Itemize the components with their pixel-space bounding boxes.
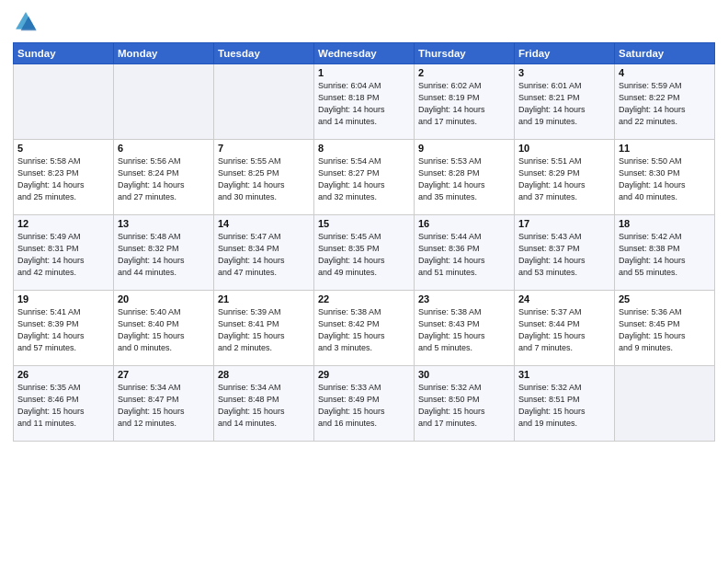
week-row: 5Sunrise: 5:58 AM Sunset: 8:23 PM Daylig… [14,140,715,215]
calendar-cell: 13Sunrise: 5:48 AM Sunset: 8:32 PM Dayli… [114,215,214,291]
calendar: SundayMondayTuesdayWednesdayThursdayFrid… [13,42,715,442]
day-number: 8 [318,143,410,154]
week-row: 12Sunrise: 5:49 AM Sunset: 8:31 PM Dayli… [14,215,715,291]
weekday-header: Monday [114,43,214,64]
calendar-cell: 24Sunrise: 5:37 AM Sunset: 8:44 PM Dayli… [515,291,615,366]
day-detail: Sunrise: 5:54 AM Sunset: 8:27 PM Dayligh… [318,155,410,203]
day-number: 16 [418,218,510,229]
day-number: 2 [418,67,510,78]
day-detail: Sunrise: 5:35 AM Sunset: 8:46 PM Dayligh… [17,382,109,430]
page: SundayMondayTuesdayWednesdayThursdayFrid… [0,0,728,563]
calendar-cell: 21Sunrise: 5:39 AM Sunset: 8:41 PM Dayli… [214,291,314,366]
day-number: 22 [318,293,410,304]
day-number: 9 [418,143,510,154]
calendar-cell: 7Sunrise: 5:55 AM Sunset: 8:25 PM Daylig… [214,140,314,215]
day-detail: Sunrise: 5:32 AM Sunset: 8:50 PM Dayligh… [418,382,510,430]
weekday-header: Wednesday [314,43,415,64]
calendar-cell: 23Sunrise: 5:38 AM Sunset: 8:43 PM Dayli… [415,291,515,366]
day-number: 17 [518,218,610,229]
day-number: 24 [518,293,610,304]
weekday-row: SundayMondayTuesdayWednesdayThursdayFrid… [14,43,715,64]
week-row: 19Sunrise: 5:41 AM Sunset: 8:39 PM Dayli… [14,291,715,366]
calendar-cell: 25Sunrise: 5:36 AM Sunset: 8:45 PM Dayli… [615,291,715,366]
day-number: 4 [619,67,711,78]
day-detail: Sunrise: 5:59 AM Sunset: 8:22 PM Dayligh… [619,80,711,128]
day-detail: Sunrise: 5:51 AM Sunset: 8:29 PM Dayligh… [518,155,610,203]
day-detail: Sunrise: 5:34 AM Sunset: 8:48 PM Dayligh… [218,382,310,430]
day-detail: Sunrise: 5:37 AM Sunset: 8:44 PM Dayligh… [518,306,610,354]
weekday-header: Sunday [14,43,114,64]
day-detail: Sunrise: 5:55 AM Sunset: 8:25 PM Dayligh… [218,155,310,203]
calendar-cell: 28Sunrise: 5:34 AM Sunset: 8:48 PM Dayli… [214,366,314,442]
day-detail: Sunrise: 5:38 AM Sunset: 8:42 PM Dayligh… [318,306,410,354]
day-detail: Sunrise: 5:32 AM Sunset: 8:51 PM Dayligh… [518,382,610,430]
weekday-header: Tuesday [214,43,314,64]
calendar-cell: 10Sunrise: 5:51 AM Sunset: 8:29 PM Dayli… [515,140,615,215]
day-detail: Sunrise: 5:48 AM Sunset: 8:32 PM Dayligh… [118,231,210,279]
calendar-cell: 16Sunrise: 5:44 AM Sunset: 8:36 PM Dayli… [415,215,515,291]
day-detail: Sunrise: 5:49 AM Sunset: 8:31 PM Dayligh… [17,231,109,279]
day-detail: Sunrise: 5:36 AM Sunset: 8:45 PM Dayligh… [619,306,711,354]
calendar-cell: 29Sunrise: 5:33 AM Sunset: 8:49 PM Dayli… [314,366,415,442]
day-number: 15 [318,218,410,229]
day-detail: Sunrise: 6:02 AM Sunset: 8:19 PM Dayligh… [418,80,510,128]
week-row: 1Sunrise: 6:04 AM Sunset: 8:18 PM Daylig… [14,64,715,140]
day-detail: Sunrise: 5:44 AM Sunset: 8:36 PM Dayligh… [418,231,510,279]
calendar-cell: 2Sunrise: 6:02 AM Sunset: 8:19 PM Daylig… [415,64,515,140]
day-detail: Sunrise: 6:01 AM Sunset: 8:21 PM Dayligh… [518,80,610,128]
day-number: 14 [218,218,310,229]
day-number: 5 [17,143,109,154]
calendar-cell: 8Sunrise: 5:54 AM Sunset: 8:27 PM Daylig… [314,140,415,215]
calendar-header: SundayMondayTuesdayWednesdayThursdayFrid… [14,43,715,64]
calendar-cell: 12Sunrise: 5:49 AM Sunset: 8:31 PM Dayli… [14,215,114,291]
calendar-cell: 5Sunrise: 5:58 AM Sunset: 8:23 PM Daylig… [14,140,114,215]
calendar-cell: 31Sunrise: 5:32 AM Sunset: 8:51 PM Dayli… [515,366,615,442]
calendar-cell: 4Sunrise: 5:59 AM Sunset: 8:22 PM Daylig… [615,64,715,140]
calendar-cell: 20Sunrise: 5:40 AM Sunset: 8:40 PM Dayli… [114,291,214,366]
weekday-header: Saturday [615,43,715,64]
day-detail: Sunrise: 5:40 AM Sunset: 8:40 PM Dayligh… [118,306,210,354]
day-detail: Sunrise: 5:33 AM Sunset: 8:49 PM Dayligh… [318,382,410,430]
calendar-cell: 17Sunrise: 5:43 AM Sunset: 8:37 PM Dayli… [515,215,615,291]
day-number: 13 [118,218,210,229]
day-detail: Sunrise: 5:56 AM Sunset: 8:24 PM Dayligh… [118,155,210,203]
calendar-cell: 9Sunrise: 5:53 AM Sunset: 8:28 PM Daylig… [415,140,515,215]
calendar-cell: 19Sunrise: 5:41 AM Sunset: 8:39 PM Dayli… [14,291,114,366]
calendar-cell: 11Sunrise: 5:50 AM Sunset: 8:30 PM Dayli… [615,140,715,215]
day-number: 31 [518,369,610,380]
calendar-cell: 18Sunrise: 5:42 AM Sunset: 8:38 PM Dayli… [615,215,715,291]
calendar-body: 1Sunrise: 6:04 AM Sunset: 8:18 PM Daylig… [14,64,715,442]
logo-icon [13,9,39,35]
day-number: 10 [518,143,610,154]
day-detail: Sunrise: 5:45 AM Sunset: 8:35 PM Dayligh… [318,231,410,279]
weekday-header: Thursday [415,43,515,64]
calendar-cell: 30Sunrise: 5:32 AM Sunset: 8:50 PM Dayli… [415,366,515,442]
day-number: 7 [218,143,310,154]
day-number: 1 [318,67,410,78]
day-detail: Sunrise: 5:38 AM Sunset: 8:43 PM Dayligh… [418,306,510,354]
calendar-cell [14,64,114,140]
day-number: 26 [17,369,109,380]
day-number: 30 [418,369,510,380]
day-number: 12 [17,218,109,229]
day-detail: Sunrise: 5:53 AM Sunset: 8:28 PM Dayligh… [418,155,510,203]
day-detail: Sunrise: 6:04 AM Sunset: 8:18 PM Dayligh… [318,80,410,128]
calendar-cell: 22Sunrise: 5:38 AM Sunset: 8:42 PM Dayli… [314,291,415,366]
day-number: 28 [218,369,310,380]
day-detail: Sunrise: 5:50 AM Sunset: 8:30 PM Dayligh… [619,155,711,203]
weekday-header: Friday [515,43,615,64]
day-number: 19 [17,293,109,304]
day-number: 18 [619,218,711,229]
calendar-cell: 26Sunrise: 5:35 AM Sunset: 8:46 PM Dayli… [14,366,114,442]
day-number: 3 [518,67,610,78]
day-number: 29 [318,369,410,380]
calendar-cell: 1Sunrise: 6:04 AM Sunset: 8:18 PM Daylig… [314,64,415,140]
day-number: 20 [118,293,210,304]
calendar-cell [615,366,715,442]
calendar-cell: 27Sunrise: 5:34 AM Sunset: 8:47 PM Dayli… [114,366,214,442]
day-number: 25 [619,293,711,304]
day-number: 11 [619,143,711,154]
day-number: 21 [218,293,310,304]
day-detail: Sunrise: 5:47 AM Sunset: 8:34 PM Dayligh… [218,231,310,279]
day-number: 6 [118,143,210,154]
